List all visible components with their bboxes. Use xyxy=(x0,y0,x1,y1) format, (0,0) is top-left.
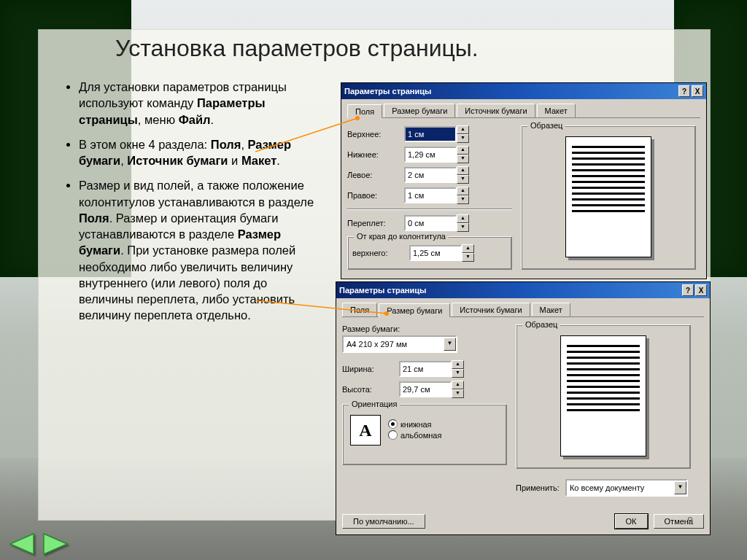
chevron-down-icon[interactable]: ▼ xyxy=(444,338,456,351)
label-gutter: Переплет: xyxy=(347,219,404,228)
slide-body: Для установки параметров страницы исполь… xyxy=(61,79,317,332)
prev-slide-button[interactable] xyxy=(7,532,36,556)
sample-group: Образец xyxy=(521,125,696,270)
dialog-tabs: Поля Размер бумаги Источник бумаги Макет xyxy=(347,104,700,118)
slide-title: Установка параметров страницы. xyxy=(115,35,479,62)
bullet-1: Для установки параметров страницы исполь… xyxy=(79,79,317,128)
help-button[interactable]: ? xyxy=(678,85,690,97)
label-apply: Применить: xyxy=(516,483,560,492)
chevron-down-icon[interactable]: ▼ xyxy=(674,481,686,494)
dialog-titlebar[interactable]: Параметры страницы ? X xyxy=(336,282,710,298)
dialog-tabs: Поля Размер бумаги Источник бумаги Макет xyxy=(342,303,704,317)
slide-number: 9 xyxy=(687,515,693,526)
sample-page-preview xyxy=(560,335,646,456)
dialog-title: Параметры страницы xyxy=(344,87,431,96)
svg-marker-5 xyxy=(44,534,67,554)
input-width[interactable]: ▲▼ xyxy=(399,360,465,378)
help-button[interactable]: ? xyxy=(682,284,694,296)
close-button[interactable]: X xyxy=(692,85,703,97)
orientation-group: Ориентация A книжная альбомная xyxy=(342,404,507,465)
tab-layout[interactable]: Макет xyxy=(532,303,570,316)
page-setup-dialog-margins: Параметры страницы ? X Поля Размер бумаг… xyxy=(341,82,707,279)
input-top[interactable]: ▲▼ xyxy=(404,125,470,143)
tab-paper-source[interactable]: Источник бумаги xyxy=(457,104,535,117)
label-bottom: Нижнее: xyxy=(347,150,404,159)
sample-page-preview xyxy=(565,136,651,257)
header-distance-group: От края до колонтитула верхнего: ▲▼ xyxy=(347,236,512,270)
input-bottom[interactable]: ▲▼ xyxy=(404,146,470,163)
tab-paper-size[interactable]: Размер бумаги xyxy=(379,303,450,317)
default-button[interactable]: По умолчанию... xyxy=(342,514,425,529)
radio-landscape[interactable]: альбомная xyxy=(388,430,441,440)
bullet-3: Размер и вид полей, а также положение ко… xyxy=(79,177,317,323)
label-top: Верхнее: xyxy=(347,130,404,139)
label-right: Правое: xyxy=(347,191,404,200)
next-slide-button[interactable] xyxy=(41,532,70,556)
spinner-buttons[interactable]: ▲▼ xyxy=(457,125,469,143)
sample-group: Образец xyxy=(516,324,691,469)
tab-fields[interactable]: Поля xyxy=(342,303,377,316)
dropdown-apply[interactable]: Ко всему документу▼ xyxy=(565,479,688,497)
dialog-titlebar[interactable]: Параметры страницы ? X xyxy=(341,83,706,99)
input-height[interactable]: ▲▼ xyxy=(399,381,465,398)
radio-portrait[interactable]: книжная xyxy=(388,419,441,429)
input-gutter[interactable]: ▲▼ xyxy=(404,214,470,232)
input-left[interactable]: ▲▼ xyxy=(404,166,470,184)
label-width: Ширина: xyxy=(342,365,399,373)
label-height: Высота: xyxy=(342,385,399,394)
label-paper-size: Размер бумаги: xyxy=(342,324,507,333)
label-left: Левое: xyxy=(347,171,404,179)
close-button[interactable]: X xyxy=(695,284,707,296)
orientation-portrait-icon: A xyxy=(350,415,381,446)
input-header-top[interactable]: ▲▼ xyxy=(409,244,475,262)
tab-paper-source[interactable]: Источник бумаги xyxy=(452,303,530,316)
tab-paper-size[interactable]: Размер бумаги xyxy=(384,104,455,117)
input-right[interactable]: ▲▼ xyxy=(404,187,470,204)
label-header-top: верхнего: xyxy=(352,249,409,257)
ok-button[interactable]: ОК xyxy=(615,514,648,529)
dialog-title: Параметры страницы xyxy=(339,286,426,295)
svg-marker-4 xyxy=(10,534,34,554)
page-setup-dialog-paper-size: Параметры страницы ? X Поля Размер бумаг… xyxy=(336,281,711,535)
dropdown-paper-size[interactable]: А4 210 x 297 мм▼ xyxy=(342,335,457,353)
bullet-2: В этом окне 4 раздела: Поля, Размер бума… xyxy=(79,136,317,169)
tab-layout[interactable]: Макет xyxy=(537,104,576,117)
cancel-button[interactable]: Отмена xyxy=(654,514,704,529)
tab-fields[interactable]: Поля xyxy=(347,104,382,118)
